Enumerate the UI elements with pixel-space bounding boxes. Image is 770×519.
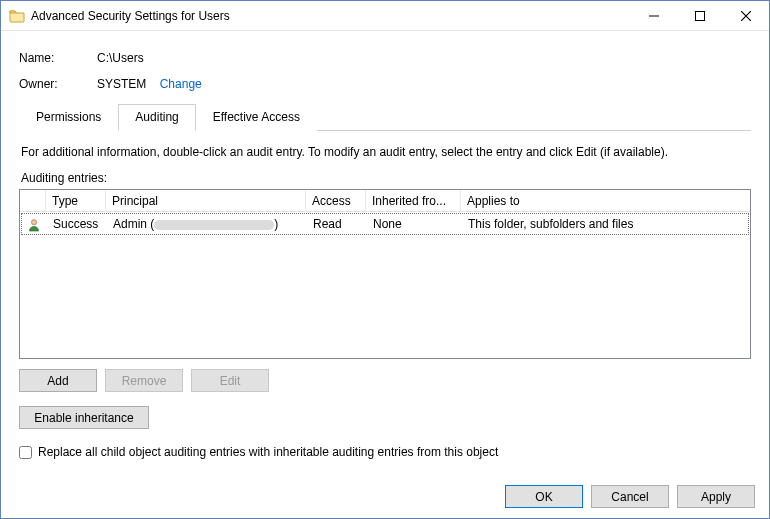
svg-point-1 xyxy=(31,220,36,225)
replace-children-checkbox[interactable] xyxy=(19,446,32,459)
row-user-icon xyxy=(21,213,47,235)
folder-icon xyxy=(9,8,25,24)
titlebar: Advanced Security Settings for Users xyxy=(1,1,769,31)
add-button[interactable]: Add xyxy=(19,369,97,392)
owner-value: SYSTEM Change xyxy=(97,77,202,91)
tabstrip: Permissions Auditing Effective Access xyxy=(19,103,751,131)
minimize-button[interactable] xyxy=(631,1,677,30)
maximize-button[interactable] xyxy=(677,1,723,30)
redacted-principal xyxy=(154,220,274,230)
row-access: Read xyxy=(307,213,367,235)
enable-inheritance-button[interactable]: Enable inheritance xyxy=(19,406,149,429)
row-inherited: None xyxy=(367,213,462,235)
col-type[interactable]: Type xyxy=(46,190,106,212)
listview-header: Type Principal Access Inherited fro... A… xyxy=(20,190,750,212)
replace-children-row: Replace all child object auditing entrie… xyxy=(19,445,751,459)
remove-button[interactable]: Remove xyxy=(105,369,183,392)
tab-auditing[interactable]: Auditing xyxy=(118,104,195,131)
auditing-listview[interactable]: Type Principal Access Inherited fro... A… xyxy=(19,189,751,359)
cancel-button[interactable]: Cancel xyxy=(591,485,669,508)
row-applies: This folder, subfolders and files xyxy=(462,213,749,235)
owner-label: Owner: xyxy=(19,77,97,91)
col-access[interactable]: Access xyxy=(306,190,366,212)
owner-row: Owner: SYSTEM Change xyxy=(19,77,751,91)
list-label: Auditing entries: xyxy=(21,171,749,185)
auditing-row[interactable]: Success Admin () Read None This folder, … xyxy=(21,213,749,235)
window-title: Advanced Security Settings for Users xyxy=(31,9,230,23)
edit-button[interactable]: Edit xyxy=(191,369,269,392)
svg-rect-0 xyxy=(696,11,705,20)
dialog-footer: OK Cancel Apply xyxy=(505,485,755,508)
row-principal-prefix: Admin ( xyxy=(113,217,154,231)
inheritance-buttons: Enable inheritance xyxy=(19,406,751,429)
name-value: C:\Users xyxy=(97,51,144,65)
apply-button[interactable]: Apply xyxy=(677,485,755,508)
ok-button[interactable]: OK xyxy=(505,485,583,508)
col-inherited[interactable]: Inherited fro... xyxy=(366,190,461,212)
col-icon[interactable] xyxy=(20,190,46,212)
help-text: For additional information, double-click… xyxy=(21,145,749,159)
tab-permissions[interactable]: Permissions xyxy=(19,104,118,131)
row-principal: Admin () xyxy=(107,213,307,235)
owner-text: SYSTEM xyxy=(97,77,146,91)
name-label: Name: xyxy=(19,51,97,65)
col-applies[interactable]: Applies to xyxy=(461,190,750,212)
close-button[interactable] xyxy=(723,1,769,30)
tab-effective-access[interactable]: Effective Access xyxy=(196,104,317,131)
name-row: Name: C:\Users xyxy=(19,51,751,65)
dialog-content: Name: C:\Users Owner: SYSTEM Change Perm… xyxy=(1,31,769,469)
owner-change-link[interactable]: Change xyxy=(160,77,202,91)
col-principal[interactable]: Principal xyxy=(106,190,306,212)
row-principal-suffix: ) xyxy=(274,217,278,231)
row-type: Success xyxy=(47,213,107,235)
replace-children-label[interactable]: Replace all child object auditing entrie… xyxy=(38,445,498,459)
entry-buttons: Add Remove Edit xyxy=(19,369,751,392)
